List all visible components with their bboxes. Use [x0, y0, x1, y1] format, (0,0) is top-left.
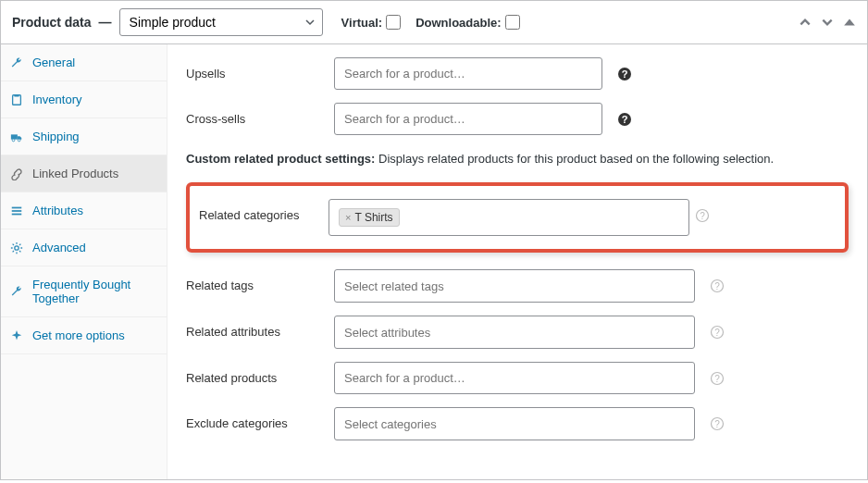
product-type-select-wrap: Simple product: [119, 8, 323, 36]
move-up-icon[interactable]: [799, 16, 812, 29]
related-products-input[interactable]: [334, 362, 695, 394]
related-tags-select[interactable]: Select related tags: [334, 269, 695, 303]
related-categories-input-wrap: × T Shirts: [329, 199, 689, 236]
svg-text:?: ?: [714, 374, 720, 384]
title-dash: —: [99, 15, 112, 30]
move-down-icon[interactable]: [821, 16, 834, 29]
category-tag: × T Shirts: [339, 208, 400, 227]
svg-rect-7: [12, 213, 22, 215]
svg-point-4: [18, 139, 20, 142]
svg-point-3: [12, 139, 15, 142]
svg-point-8: [15, 245, 19, 249]
remove-tag-icon[interactable]: ×: [345, 212, 351, 223]
panel-body: General Inventory Shipping Linked Produc…: [1, 44, 867, 479]
panel-header: Product data — Simple product Virtual: D…: [1, 1, 867, 44]
clipboard-icon: [10, 93, 25, 106]
crosssells-label: Cross-sells: [186, 103, 325, 126]
upsells-input[interactable]: [334, 57, 602, 90]
related-products-label: Related products: [186, 362, 325, 385]
link-icon: [10, 167, 25, 180]
related-tags-input-wrap: Select related tags: [334, 269, 695, 303]
exclude-categories-label: Exclude categories: [186, 407, 325, 430]
related-products-row: Related products ?: [186, 362, 849, 394]
sidebar-item-linked-products[interactable]: Linked Products: [1, 155, 167, 192]
exclude-categories-input-wrap: Select categories: [334, 407, 695, 440]
sidebar-item-shipping[interactable]: Shipping: [1, 118, 167, 155]
sidebar-item-label: Frequently Bought Together: [32, 278, 157, 305]
svg-text:?: ?: [714, 281, 720, 291]
svg-text:?: ?: [622, 114, 628, 125]
sidebar-item-inventory[interactable]: Inventory: [1, 81, 167, 118]
help-icon[interactable]: ?: [617, 57, 632, 81]
help-icon[interactable]: ?: [695, 199, 710, 223]
sidebar-item-get-more[interactable]: Get more options: [1, 317, 167, 354]
svg-text:?: ?: [714, 328, 720, 338]
sidebar-item-label: Attributes: [32, 204, 83, 217]
virtual-option[interactable]: Virtual:: [341, 15, 402, 30]
gear-icon: [10, 242, 25, 254]
sidebar-item-general[interactable]: General: [1, 44, 167, 81]
help-icon[interactable]: ?: [617, 103, 632, 127]
sidebar-item-label: Linked Products: [32, 167, 118, 180]
related-attributes-row: Related attributes Select attributes ?: [186, 316, 849, 349]
svg-rect-6: [12, 210, 22, 212]
title-text: Product data: [12, 15, 92, 30]
help-icon[interactable]: ?: [710, 407, 725, 431]
related-tags-placeholder: Select related tags: [344, 279, 444, 293]
upsells-row: Upsells ?: [186, 57, 849, 90]
section-text: Displays related products for this produ…: [378, 152, 774, 166]
help-icon[interactable]: ?: [710, 362, 725, 386]
related-attributes-label: Related attributes: [186, 316, 325, 339]
header-controls: [799, 16, 856, 29]
section-title: Custom related product settings:: [186, 152, 375, 166]
virtual-label: Virtual:: [341, 16, 383, 30]
sidebar-item-advanced[interactable]: Advanced: [1, 229, 167, 266]
exclude-categories-row: Exclude categories Select categories ?: [186, 407, 849, 440]
sidebar-item-label: Get more options: [32, 328, 125, 342]
upsells-label: Upsells: [186, 57, 325, 80]
sidebar-item-label: General: [32, 56, 75, 69]
exclude-categories-placeholder: Select categories: [344, 417, 437, 431]
related-attributes-input-wrap: Select attributes: [334, 316, 695, 349]
sidebar-item-label: Shipping: [32, 130, 80, 143]
crosssells-input[interactable]: [334, 103, 602, 135]
product-data-panel: Product data — Simple product Virtual: D…: [0, 0, 868, 480]
product-type-select[interactable]: Simple product: [119, 8, 323, 36]
sidebar-item-label: Inventory: [32, 93, 81, 106]
svg-rect-2: [11, 134, 18, 139]
related-categories-highlight: Related categories × T Shirts ?: [186, 182, 849, 253]
list-icon: [10, 204, 25, 217]
downloadable-checkbox[interactable]: [505, 15, 520, 30]
section-description: Custom related product settings: Display…: [186, 152, 849, 166]
truck-icon: [10, 130, 25, 143]
collapse-icon[interactable]: [843, 16, 856, 29]
tag-label: T Shirts: [354, 211, 392, 224]
downloadable-label: Downloadable:: [415, 16, 501, 30]
help-icon[interactable]: ?: [710, 316, 725, 340]
sidebar-item-label: Advanced: [32, 241, 86, 254]
content-area: Upsells ? Cross-sells ? Custom related p: [167, 44, 867, 479]
sidebar: General Inventory Shipping Linked Produc…: [1, 44, 167, 479]
svg-rect-1: [14, 93, 19, 96]
panel-title: Product data —: [12, 15, 112, 30]
sidebar-item-frequently-bought[interactable]: Frequently Bought Together: [1, 266, 167, 317]
wrench-icon: [10, 56, 25, 69]
crosssells-row: Cross-sells ?: [186, 103, 849, 135]
svg-text:?: ?: [700, 211, 705, 221]
svg-rect-5: [12, 206, 22, 208]
related-categories-select[interactable]: × T Shirts: [329, 199, 689, 236]
svg-text:?: ?: [622, 68, 628, 80]
svg-text:?: ?: [714, 419, 720, 429]
downloadable-option[interactable]: Downloadable:: [415, 15, 519, 30]
related-attributes-select[interactable]: Select attributes: [334, 316, 695, 349]
sidebar-item-attributes[interactable]: Attributes: [1, 192, 167, 229]
header-options: Virtual: Downloadable:: [341, 15, 520, 30]
help-icon[interactable]: ?: [710, 269, 725, 293]
sparkle-icon: [10, 329, 25, 342]
exclude-categories-select[interactable]: Select categories: [334, 407, 695, 440]
wrench-icon: [10, 285, 25, 298]
upsells-input-wrap: [334, 57, 602, 90]
related-categories-label: Related categories: [190, 199, 329, 222]
virtual-checkbox[interactable]: [386, 15, 401, 30]
related-products-input-wrap: [334, 362, 695, 394]
